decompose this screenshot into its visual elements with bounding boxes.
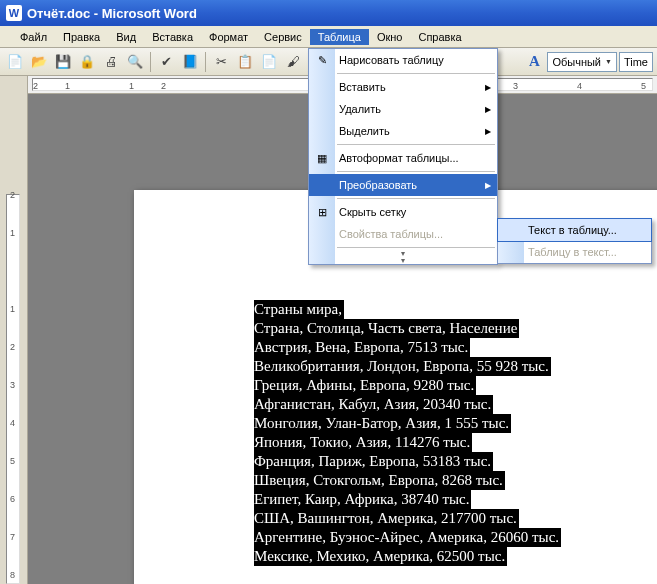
submenu-text-to-table[interactable]: Текст в таблицу... [498,219,651,241]
menu-bar: Файл Правка Вид Вставка Формат Сервис Та… [0,26,657,48]
menu-table-properties: Свойства таблицы... [309,223,497,245]
window-title: Отчёт.doc - Microsoft Word [27,6,197,21]
research-icon[interactable]: 📘 [179,51,201,73]
menu-hide-grid[interactable]: ⊞ Скрыть сетку [309,201,497,223]
text-line[interactable]: Швеция, Стокгольм, Европа, 8268 тыс. [254,471,505,490]
menu-format[interactable]: Формат [201,29,256,45]
text-line[interactable]: Мексике, Мехико, Америка, 62500 тыс. [254,547,507,566]
vertical-ruler: 21123456789 [0,94,28,584]
text-line[interactable]: Аргентине, Буэнос-Айрес, Америка, 26060 … [254,528,561,547]
save-icon[interactable]: 💾 [52,51,74,73]
selected-text[interactable]: Страны мира,Страна, Столица, Часть света… [254,300,657,566]
menu-insert-sub[interactable]: Вставить▶ [309,76,497,98]
open-icon[interactable]: 📂 [28,51,50,73]
menu-file[interactable]: Файл [12,29,55,45]
menu-draw-table[interactable]: ✎ Нарисовать таблицу [309,49,497,71]
cut-icon[interactable]: ✂ [210,51,232,73]
paste-icon[interactable]: 📄 [258,51,280,73]
pencil-icon: ✎ [313,54,331,67]
word-icon: W [6,5,22,21]
text-line[interactable]: Страна, Столица, Часть света, Население [254,319,519,338]
menu-table[interactable]: Таблица [310,29,369,45]
text-line[interactable]: Австрия, Вена, Европа, 7513 тыс. [254,338,470,357]
text-line[interactable]: Афганистан, Кабул, Азия, 20340 тыс. [254,395,493,414]
menu-select-sub[interactable]: Выделить▶ [309,120,497,142]
permission-icon[interactable]: 🔒 [76,51,98,73]
text-line[interactable]: Страны мира, [254,300,344,319]
text-line[interactable]: Монголия, Улан-Батор, Азия, 1 555 тыс. [254,414,511,433]
table-dropdown-menu: ✎ Нарисовать таблицу Вставить▶ Удалить▶ … [308,48,498,265]
grid-icon: ⊞ [313,206,331,219]
menu-tools[interactable]: Сервис [256,29,310,45]
menu-help[interactable]: Справка [410,29,469,45]
menu-view[interactable]: Вид [108,29,144,45]
text-line[interactable]: Египет, Каир, Африка, 38740 тыс. [254,490,471,509]
submenu-table-to-text: Таблицу в текст... [498,241,651,263]
menu-delete-sub[interactable]: Удалить▶ [309,98,497,120]
style-selector[interactable]: Обычный▼ [547,52,617,72]
menu-autoformat[interactable]: ▦ Автоформат таблицы... [309,147,497,169]
text-line[interactable]: США, Вашингтон, Америка, 217700 тыс. [254,509,519,528]
font-selector[interactable]: Time [619,52,653,72]
menu-expand-chevron[interactable]: ▾▾ [309,250,497,264]
title-bar: W Отчёт.doc - Microsoft Word [0,0,657,26]
print-icon[interactable]: 🖨 [100,51,122,73]
format-painter-icon[interactable]: 🖌 [282,51,304,73]
menu-insert[interactable]: Вставка [144,29,201,45]
convert-submenu: Текст в таблицу... Таблицу в текст... [497,218,652,264]
text-line[interactable]: Франция, Париж, Европа, 53183 тыс. [254,452,493,471]
menu-convert-sub[interactable]: Преобразовать▶ [309,174,497,196]
table-format-icon: ▦ [313,152,331,165]
spell-icon[interactable]: ✔ [155,51,177,73]
text-line[interactable]: Греция, Афины, Европа, 9280 тыс. [254,376,476,395]
menu-window[interactable]: Окно [369,29,411,45]
text-line[interactable]: Япония, Токио, Азия, 114276 тыс. [254,433,472,452]
font-color-icon[interactable]: A [523,51,545,73]
preview-icon[interactable]: 🔍 [124,51,146,73]
menu-edit[interactable]: Правка [55,29,108,45]
new-doc-icon[interactable]: 📄 [4,51,26,73]
text-line[interactable]: Великобритания, Лондон, Европа, 55 928 т… [254,357,551,376]
copy-icon[interactable]: 📋 [234,51,256,73]
